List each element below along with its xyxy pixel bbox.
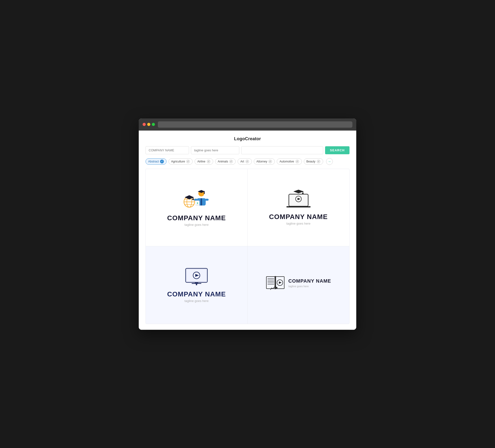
logo3-company: COMPANY NAME (167, 290, 226, 298)
filter-tag-abstract[interactable]: Abstract✓ (146, 158, 166, 165)
laptop-graduate-icon (285, 190, 312, 209)
logo-card[interactable]: COMPANY NAME tagline goes here (248, 169, 349, 246)
logo2-tagline: tagline goes here (286, 222, 311, 225)
extra-input[interactable] (241, 146, 323, 154)
logo1-company: COMPANY NAME (167, 214, 226, 222)
search-button[interactable]: SEARCH (325, 146, 349, 154)
checkmark-icon: ✓ (160, 160, 164, 163)
svg-rect-20 (289, 195, 307, 205)
app-title: LogoCreator (146, 136, 349, 141)
filter-tag-attorney[interactable]: Attorney✓ (254, 158, 275, 165)
close-button[interactable] (143, 123, 146, 126)
svg-point-26 (302, 193, 303, 194)
filter-tag-agriculture[interactable]: Agriculture✓ (168, 158, 193, 165)
logo4-company: COMPANY NAME (288, 278, 331, 284)
browser-titlebar (139, 118, 356, 131)
filter-label: Abstract (148, 160, 159, 163)
logo-card[interactable]: COMPANY NAME tagline goes here (248, 246, 349, 324)
filter-label: Agriculture (171, 160, 185, 163)
filter-label: Beauty (306, 160, 316, 163)
filter-tag-beauty[interactable]: Beauty✓ (304, 158, 323, 165)
maximize-button[interactable] (152, 123, 155, 126)
filter-label: Attorney (256, 160, 267, 163)
logo-grid: COMPANY NAME tagline goes here (146, 169, 349, 324)
svg-point-42 (276, 287, 277, 288)
svg-point-33 (196, 284, 197, 285)
address-bar[interactable] (158, 121, 352, 128)
browser-window: LogoCreator SEARCH Abstract✓Agriculture✓… (139, 118, 356, 330)
checkmark-icon: ✓ (207, 160, 210, 163)
book-video-icon (266, 275, 285, 292)
svg-rect-32 (192, 283, 201, 284)
checkmark-icon: ✓ (268, 160, 272, 163)
logo4-tagline: tagline goes here (288, 285, 331, 288)
checkmark-icon: ✓ (295, 160, 299, 163)
search-bar: SEARCH (146, 146, 349, 154)
filter-label: Art (240, 160, 244, 163)
logo-icon-area (182, 189, 211, 210)
next-arrow-button[interactable]: → (326, 158, 333, 165)
company-name-input[interactable] (146, 146, 189, 154)
svg-rect-23 (286, 206, 311, 208)
filter-tag-animals[interactable]: Animals✓ (215, 158, 236, 165)
checkmark-icon: ✓ (229, 160, 233, 163)
svg-rect-41 (275, 276, 276, 289)
logo-icon-area (184, 267, 209, 286)
svg-point-7 (192, 199, 194, 200)
video-player-icon (184, 267, 209, 286)
logo2-company: COMPANY NAME (269, 213, 328, 221)
svg-rect-13 (201, 198, 202, 206)
filter-tag-airline[interactable]: Airline✓ (194, 158, 213, 165)
filter-label: Automotive (279, 160, 294, 163)
svg-marker-40 (279, 281, 282, 284)
filter-bar: Abstract✓Agriculture✓Airline✓Animals✓Art… (146, 158, 349, 165)
logo1-tagline: tagline goes here (184, 223, 209, 226)
logo3-tagline: tagline goes here (184, 299, 209, 303)
checkmark-icon: ✓ (186, 160, 190, 163)
logo-card[interactable]: COMPANY NAME tagline goes here (146, 246, 248, 324)
person-graduate-icon (182, 189, 211, 210)
svg-rect-15 (205, 199, 209, 201)
filter-tag-automotive[interactable]: Automotive✓ (277, 158, 302, 165)
logo-icon-area (285, 190, 312, 209)
filter-label: Animals (218, 160, 228, 163)
logo-card[interactable]: COMPANY NAME tagline goes here (146, 169, 248, 246)
filter-label: Airline (197, 160, 205, 163)
svg-rect-31 (195, 282, 198, 283)
checkmark-icon: ✓ (245, 160, 249, 163)
traffic-lights (143, 123, 155, 126)
checkmark-icon: ✓ (317, 160, 320, 163)
svg-point-11 (204, 193, 205, 194)
minimize-button[interactable] (147, 123, 150, 126)
svg-marker-24 (294, 190, 303, 193)
logo-icon-area: COMPANY NAME tagline goes here (266, 275, 331, 292)
svg-marker-5 (185, 195, 193, 199)
tagline-input[interactable] (191, 146, 239, 154)
filter-tag-art[interactable]: Art✓ (238, 158, 252, 165)
app-content: LogoCreator SEARCH Abstract✓Agriculture✓… (139, 131, 356, 330)
svg-rect-14 (194, 199, 197, 201)
